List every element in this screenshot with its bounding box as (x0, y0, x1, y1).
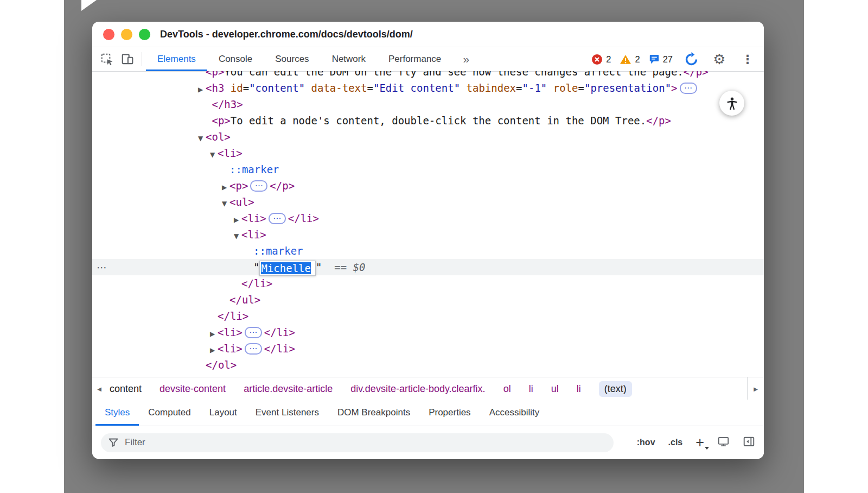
settings-button[interactable]: ⚙ (710, 51, 729, 67)
syntax-token: </ul> (229, 294, 260, 306)
device-toolbar-button[interactable] (117, 47, 138, 71)
syntax-token: " (316, 261, 334, 273)
dom-tree-row[interactable]: <p>You can edit the DOM on the fly and s… (92, 71, 764, 80)
zoom-button[interactable] (139, 29, 150, 40)
tab-console[interactable]: Console (207, 47, 264, 71)
ellipsis-badge[interactable]: ⋯ (680, 83, 697, 94)
sidebar-tab-event-listeners[interactable]: Event Listeners (246, 400, 328, 426)
breadcrumb-item-li[interactable]: li (529, 383, 533, 395)
plus-caret-icon (705, 447, 709, 450)
breadcrumb-item-devsite-content[interactable]: devsite-content (159, 383, 226, 395)
syntax-token: ::marker (229, 163, 279, 175)
breadcrumb-bar: ◀ contentdevsite-contentarticle.devsite-… (92, 377, 764, 400)
toggle-classes-button[interactable]: .cls (668, 438, 683, 447)
inline-editor[interactable]: Michelle (259, 261, 316, 276)
dom-tree-row[interactable]: ::marker (92, 243, 764, 259)
disclosure-arrow-icon[interactable]: ▶ (198, 81, 206, 98)
menu-button[interactable]: ⋮ (738, 53, 757, 66)
dom-tree-row[interactable]: ::marker (92, 161, 764, 178)
syntax-token: </p> (684, 71, 709, 78)
tab-network[interactable]: Network (321, 47, 377, 71)
close-button[interactable] (103, 29, 114, 40)
dom-tree-row[interactable]: ▼<li> (92, 226, 764, 243)
syntax-token: "content" (249, 82, 305, 94)
minimize-button[interactable] (121, 29, 132, 40)
sidebar-tab-computed[interactable]: Computed (139, 400, 200, 426)
dom-tree-row[interactable]: </ol> (92, 357, 764, 373)
rendering-icon (717, 436, 730, 447)
row-options-icon[interactable]: ⋯ (97, 259, 107, 275)
dom-tree: <p>You can edit the DOM on the fly and s… (92, 71, 764, 377)
more-tabs-button[interactable]: » (452, 47, 478, 71)
breadcrumb-item-ul[interactable]: ul (551, 383, 559, 395)
sidebar-tab-styles[interactable]: Styles (95, 400, 139, 426)
tab-sources[interactable]: Sources (264, 47, 320, 71)
inspect-element-button[interactable] (97, 47, 117, 71)
dom-tree-row[interactable]: </h3> (92, 96, 764, 112)
dom-tree-row[interactable]: ▶<h3 id="attributes" data-text="Edit att… (92, 373, 764, 377)
ellipsis-badge[interactable]: ⋯ (250, 180, 267, 192)
disclosure-arrow-icon[interactable]: ▼ (222, 195, 229, 212)
toggle-pseudo-state-button[interactable]: :hov (637, 438, 655, 447)
new-style-rule-button[interactable]: + (695, 435, 704, 450)
sidebar-tab-layout[interactable]: Layout (200, 400, 246, 426)
dom-tree-row[interactable]: ▶<p>⋯</p> (92, 178, 764, 194)
rendering-button[interactable] (717, 436, 730, 450)
sidebar-tab-properties[interactable]: Properties (419, 400, 480, 426)
sidebar-tab-accessibility[interactable]: Accessibility (480, 400, 549, 426)
disclosure-arrow-icon[interactable]: ▶ (210, 326, 218, 342)
dom-tree-row[interactable]: ▶<li>⋯</li> (92, 210, 764, 226)
syntax-token: <ul> (229, 196, 254, 208)
dom-tree-row[interactable]: ▼<ul> (92, 194, 764, 210)
accessibility-fab[interactable] (719, 91, 744, 116)
disclosure-arrow-icon[interactable]: ▶ (234, 212, 241, 228)
syntax-token: = (243, 82, 249, 94)
dom-tree-row[interactable]: ▶<li>⋯</li> (92, 324, 764, 340)
breadcrumb-item-content[interactable]: content (110, 383, 142, 395)
dom-tree-row[interactable]: </li> (92, 308, 764, 324)
dom-tree-row[interactable]: ▼<li> (92, 145, 764, 161)
sync-button[interactable] (681, 52, 701, 67)
breadcrumb-scroll-left-button[interactable]: ◀ (92, 377, 106, 400)
breadcrumb-item-text[interactable]: (text) (599, 381, 632, 397)
dom-tree-row[interactable]: ⋯"Michelle" == $0 (92, 259, 764, 275)
breadcrumb-scroll-right-button[interactable]: ▶ (747, 377, 764, 400)
ellipsis-badge[interactable]: ⋯ (269, 213, 286, 224)
dom-tree-row[interactable]: ▼<ol> (92, 129, 764, 145)
syntax-token: You can edit the DOM on the fly and see … (224, 71, 683, 78)
issues-badge[interactable]: 27 (649, 54, 673, 65)
breadcrumb-item-article-devsite-article[interactable]: article.devsite-article (244, 383, 333, 395)
ellipsis-badge[interactable]: ⋯ (245, 343, 262, 355)
disclosure-arrow-icon[interactable]: ▼ (210, 147, 218, 163)
toggle-sidebar-button[interactable] (743, 436, 755, 450)
filter-input[interactable] (124, 437, 606, 448)
dom-tree-row[interactable]: ▶<h3 id="content" data-text="Edit conten… (92, 80, 764, 96)
syntax-token: </h3> (212, 98, 242, 110)
syntax-token (206, 98, 212, 110)
disclosure-arrow-icon[interactable]: ▶ (210, 342, 218, 358)
disclosure-arrow-icon[interactable]: ▶ (222, 179, 229, 195)
syntax-token (460, 82, 466, 94)
traffic-lights (103, 29, 150, 40)
warning-badge[interactable]: 2 (620, 54, 640, 65)
dom-tree-row[interactable]: </li> (92, 275, 764, 292)
dom-tree-row[interactable]: </ul> (92, 292, 764, 308)
filter-field[interactable] (101, 433, 614, 452)
disclosure-arrow-icon[interactable]: ▼ (234, 228, 241, 244)
disclosure-arrow-icon[interactable]: ▼ (198, 130, 206, 147)
ellipsis-badge[interactable]: ⋯ (245, 327, 262, 338)
warning-count: 2 (635, 54, 640, 65)
dom-tree-row[interactable]: <p>To edit a node's content, double-clic… (92, 112, 764, 129)
breadcrumb-item-ol[interactable]: ol (503, 383, 511, 395)
syntax-token: " (253, 261, 259, 273)
window-title: DevTools - developer.chrome.com/docs/dev… (160, 29, 413, 40)
sidebar-tab-dom-breakpoints[interactable]: DOM Breakpoints (328, 400, 419, 426)
breadcrumb-item-div-devsite-article-body-clearfix[interactable]: div.devsite-article-body.clearfix. (350, 383, 485, 395)
error-badge[interactable]: 2 (591, 54, 611, 65)
tab-performance[interactable]: Performance (377, 47, 452, 71)
syntax-token (206, 115, 212, 127)
tab-elements[interactable]: Elements (146, 47, 207, 71)
selected-text: Michelle (261, 262, 311, 274)
breadcrumb-item-li[interactable]: li (577, 383, 581, 395)
dom-tree-row[interactable]: ▶<li>⋯</li> (92, 340, 764, 357)
